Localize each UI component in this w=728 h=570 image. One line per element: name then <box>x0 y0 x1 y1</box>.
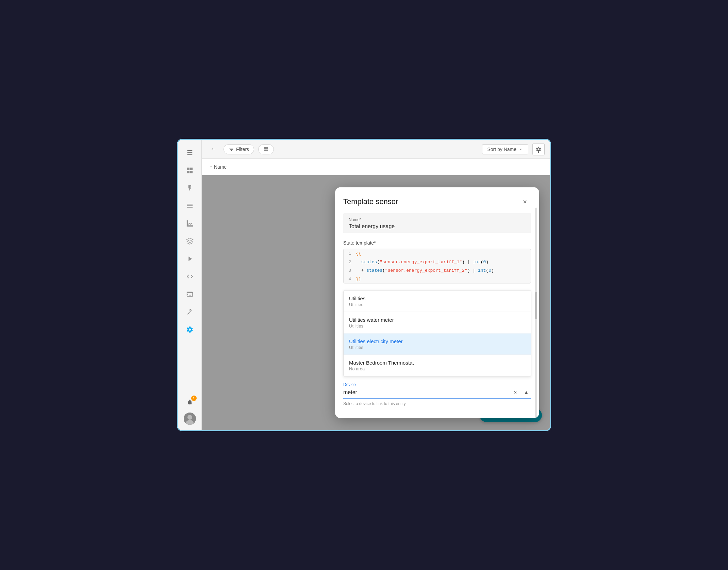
name-field-group: Name* Total energy usage <box>343 213 531 233</box>
name-field-box: Name* Total energy usage <box>343 213 531 233</box>
name-column-header: Name <box>214 164 227 170</box>
content-body: Template sensor × Name* Total energy usa… <box>202 175 550 430</box>
svg-point-1 <box>187 415 192 420</box>
notification-badge: 1 <box>191 396 197 401</box>
dropdown-item-utilities[interactable]: Utilities Utilities <box>344 291 531 312</box>
layers-icon[interactable] <box>182 234 197 249</box>
code-line-2: 2 states("sensor.energy_export_tariff_1"… <box>344 258 531 266</box>
expand-device-button[interactable]: ▲ <box>522 388 531 397</box>
developer-tools-icon[interactable] <box>182 269 197 284</box>
state-template-label: State template* <box>343 240 531 246</box>
device-field-label: Device <box>343 382 531 387</box>
energy-icon[interactable] <box>182 181 197 196</box>
top-bar: ← Filters Sort by Name ⋮ <box>202 140 550 159</box>
code-line-3: 3 + states("sensor.energy_export_tariff_… <box>344 266 531 275</box>
build-icon[interactable] <box>182 304 197 319</box>
device-field-icons: × ▲ <box>511 388 531 397</box>
device-field-row: meter × ▲ <box>343 388 531 399</box>
sidebar: ☰ <box>178 140 202 430</box>
sort-arrow-icon: ↑ <box>210 165 212 169</box>
filters-button[interactable]: Filters <box>224 144 254 154</box>
code-line-1: 1 {{ <box>344 249 531 258</box>
back-button[interactable]: ← <box>207 143 219 155</box>
dropdown-item-water-meter[interactable]: Utilities water meter Utilities <box>344 312 531 334</box>
notification-icon[interactable]: 1 <box>182 395 197 410</box>
content-header: ↑ Name <box>202 159 550 175</box>
dropdown-item-thermostat[interactable]: Master Bedroom Thermostat No area <box>344 355 531 376</box>
more-options-icon[interactable]: ⋮ <box>535 146 542 154</box>
sidebar-bottom: 1 <box>182 395 197 430</box>
code-editor[interactable]: 1 {{ 2 states("sensor.energy_export_tari… <box>343 249 531 284</box>
sort-button[interactable]: Sort by Name <box>482 144 528 154</box>
main-content: ← Filters Sort by Name ⋮ ↑ Name <box>202 140 550 430</box>
template-sensor-dialog: Template sensor × Name* Total energy usa… <box>335 187 539 418</box>
name-field-value[interactable]: Total energy usage <box>349 223 526 230</box>
dropdown-item-electricity-meter[interactable]: Utilities electricity meter Utilities <box>344 334 531 355</box>
close-button[interactable]: × <box>519 196 531 208</box>
device-field-group: Device meter × ▲ Select a device to link… <box>343 382 531 406</box>
menu-icon[interactable]: ☰ <box>182 145 197 160</box>
media-icon[interactable] <box>182 251 197 266</box>
group-button[interactable] <box>258 144 274 154</box>
list-icon[interactable] <box>182 198 197 213</box>
app-frame: ☰ <box>177 139 551 431</box>
chart-icon[interactable] <box>182 216 197 231</box>
config-icon[interactable] <box>182 322 197 337</box>
device-dropdown: Utilities Utilities Utilities water mete… <box>343 290 531 377</box>
name-field-label: Name* <box>349 217 526 222</box>
dialog-title: Template sensor <box>343 197 398 206</box>
device-field-value[interactable]: meter <box>343 389 511 396</box>
avatar[interactable] <box>184 413 196 425</box>
device-helper-text: Select a device to link to this entity. <box>343 401 531 406</box>
dashboard-icon[interactable] <box>182 163 197 178</box>
dialog-body: Name* Total energy usage State template*… <box>335 213 539 418</box>
code-line-4: 4 }} <box>344 275 531 283</box>
dialog-header: Template sensor × <box>335 187 539 213</box>
clear-device-button[interactable]: × <box>511 388 520 397</box>
terminal-icon[interactable] <box>182 287 197 302</box>
state-template-group: State template* 1 {{ 2 states("sensor.en… <box>343 240 531 284</box>
